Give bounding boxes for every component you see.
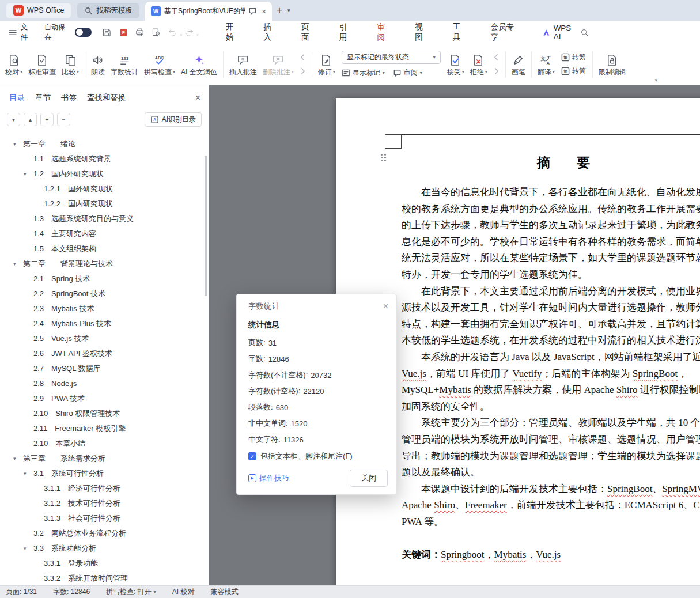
toc-item[interactable]: ▾第二章 背景理论与技术 <box>0 256 209 271</box>
dialog-header[interactable]: 字数统计 × <box>237 294 396 319</box>
dialog-close-icon[interactable]: × <box>383 301 388 312</box>
export-pdf-icon[interactable]: P <box>116 25 131 39</box>
toc-item[interactable]: 2.4 Mybatis-Plus 技术 <box>0 316 209 331</box>
collapse-ribbon-icon[interactable]: ▾ <box>654 77 657 83</box>
toc-item[interactable]: 3.1.1 经济可行性分析 <box>0 481 209 496</box>
toc-item[interactable]: 2.7 MySQL 数据库 <box>0 361 209 376</box>
increase-button[interactable]: + <box>40 113 54 126</box>
standard-review-button[interactable]: 标准审查 <box>25 51 59 78</box>
sidebar-scrollbar[interactable] <box>205 156 207 296</box>
toc-item[interactable]: 2.2 SpringBoot 技术 <box>0 286 209 301</box>
expand-all-button[interactable]: ▴ <box>24 113 37 126</box>
save-icon[interactable] <box>100 25 114 39</box>
expand-arrow-icon[interactable]: ▾ <box>13 141 16 147</box>
toc-item[interactable]: 1.4 主要研究内容 <box>0 226 209 241</box>
toc-item[interactable]: 2.10 Shiro 权限管理技术 <box>0 406 209 421</box>
print-preview-icon[interactable] <box>149 25 163 39</box>
expand-arrow-icon[interactable]: ▾ <box>13 456 16 461</box>
toc-item[interactable]: 2.6 JWT API 鉴权技术 <box>0 346 209 361</box>
toc-item[interactable]: 2.8 Node.js <box>0 376 209 391</box>
expand-arrow-icon[interactable]: ▾ <box>24 546 27 551</box>
brush-button[interactable]: 画笔 <box>509 51 528 78</box>
toc-item[interactable]: ▾第一章 绪论 <box>0 137 209 152</box>
pane-tab-查找和替换[interactable]: 查找和替换 <box>87 93 126 103</box>
document-body[interactable]: 在当今的信息化时代背景下，各行各业都在向无纸化、自动化发展，其校的教务系统方面更… <box>402 184 700 563</box>
autosave-toggle[interactable] <box>75 28 92 37</box>
toc-item[interactable]: 3.3.2 系统开放时间管理 <box>0 571 209 585</box>
toc-item[interactable]: ▾3.1 系统可行性分析 <box>0 466 209 481</box>
spell-check-button[interactable]: ABC 拼写检查▾ <box>141 51 178 78</box>
toc-item[interactable]: ▾3.3 系统功能分析 <box>0 541 209 556</box>
close-tab-icon[interactable]: × <box>262 7 266 16</box>
toc-item[interactable]: 1.1 选题系统研究背景 <box>0 152 209 166</box>
show-markup-button[interactable]: 显示标记 ▾ <box>342 68 385 78</box>
pane-tab-书签[interactable]: 书签 <box>61 93 77 103</box>
proofread-button[interactable]: 校对▾ <box>2 51 25 78</box>
file-menu[interactable]: 文件 <box>8 22 35 43</box>
previous-revision-icon[interactable] <box>492 53 501 62</box>
review-pane-button[interactable]: 审阅 ▾ <box>393 68 422 78</box>
undo-icon[interactable]: ▾ <box>165 25 180 39</box>
read-aloud-button[interactable]: 朗读 <box>88 51 108 78</box>
collapse-all-button[interactable]: ▾ <box>7 113 20 126</box>
track-changes-button[interactable]: 修订▾ <box>315 51 338 78</box>
status-item[interactable]: 拼写检查: 打开▾ <box>106 587 156 597</box>
insert-comment-button[interactable]: 插入批注 <box>226 51 260 78</box>
checkbox-checked-icon[interactable]: ✓ <box>248 452 256 460</box>
status-item[interactable]: 页面: 1/31 <box>6 587 37 597</box>
status-item[interactable]: 兼容模式 <box>210 587 238 597</box>
status-item[interactable]: AI 校对 <box>172 587 195 597</box>
translate-button[interactable]: 文A 翻译▾ <box>535 51 558 78</box>
next-revision-icon[interactable] <box>492 67 501 75</box>
wps-ai-menu[interactable]: WPS AI <box>542 24 580 41</box>
search-icon[interactable] <box>580 28 589 37</box>
markup-state-select[interactable]: 显示标记的最终状态 ▾ <box>342 51 441 64</box>
new-tab-icon[interactable]: + <box>277 5 282 16</box>
expand-arrow-icon[interactable]: ▾ <box>24 471 27 476</box>
toc-item[interactable]: 1.5 本文组织架构 <box>0 241 209 256</box>
pane-tab-目录[interactable]: 目录 <box>9 93 25 103</box>
toc-item[interactable]: ▾1.2 国内外研究现状 <box>0 166 209 181</box>
decrease-button[interactable]: − <box>57 113 70 126</box>
print-icon[interactable] <box>133 25 147 39</box>
next-comment-icon[interactable] <box>298 67 307 75</box>
tab-list-chevron-icon[interactable]: ▾ <box>287 7 290 13</box>
accept-button[interactable]: 接受▾ <box>444 51 467 78</box>
toc-item[interactable]: 2.1 Spring 技术 <box>0 271 209 286</box>
ai-recognize-toc-button[interactable]: A AI识别目录 <box>145 112 202 127</box>
reject-button[interactable]: 拒绝▾ <box>467 51 490 78</box>
ai-polish-button[interactable]: AI 全文润色 <box>178 51 220 78</box>
chat-icon[interactable] <box>248 7 257 16</box>
delete-comment-button[interactable]: 删除批注▾ <box>260 51 297 78</box>
word-count-button[interactable]: 123 字数统计 <box>108 51 141 78</box>
close-pane-icon[interactable]: × <box>195 93 200 103</box>
toc-item[interactable]: 1.2.1 国外研究现状 <box>0 181 209 196</box>
previous-comment-icon[interactable] <box>298 53 307 62</box>
toc-item[interactable]: 2.3 Mybatis 技术 <box>0 301 209 316</box>
expand-arrow-icon[interactable]: ▾ <box>24 171 27 177</box>
include-footnotes-checkbox[interactable]: ✓ 包括文本框、脚注和尾注(F) <box>237 448 396 461</box>
toc-item[interactable]: 2.10 本章小结 <box>0 436 209 451</box>
expand-arrow-icon[interactable]: ▾ <box>13 261 16 267</box>
toc-item[interactable]: 3.1.3 社会可行性分析 <box>0 511 209 526</box>
toc-item[interactable]: 2.11 Freemarker 模板引擎 <box>0 421 209 436</box>
toc-item[interactable]: 2.5 Vue.js 技术 <box>0 331 209 346</box>
redo-icon[interactable]: ▾ <box>181 25 196 39</box>
wps-home-tab[interactable]: W WPS Office <box>6 3 71 18</box>
toc-item[interactable]: 3.2 网站总体业务流程分析 <box>0 526 209 541</box>
close-dialog-button[interactable]: 关闭 <box>350 470 388 487</box>
to-traditional-button[interactable]: 繁 转繁 <box>561 52 586 62</box>
compare-button[interactable]: 比较▾ <box>59 51 82 78</box>
status-item[interactable]: 字数: 12846 <box>53 587 90 597</box>
tips-link[interactable]: ▶ 操作技巧 <box>248 473 289 483</box>
restrict-edit-button[interactable]: 限制编辑 <box>596 51 629 78</box>
toc-item[interactable]: 1.3 选题系统研究目的与意义 <box>0 211 209 226</box>
toc-item[interactable]: ▾第三章 系统需求分析 <box>0 451 209 466</box>
toc-item[interactable]: 2.9 PWA 技术 <box>0 391 209 406</box>
to-simplified-button[interactable]: 简 转简 <box>561 66 586 76</box>
toc-item[interactable]: 1.2.2 国内研究现状 <box>0 196 209 211</box>
template-tab[interactable]: 找稻壳模板 <box>77 3 139 18</box>
pane-tab-章节[interactable]: 章节 <box>35 93 51 103</box>
toc-item[interactable]: 3.1.2 技术可行性分析 <box>0 496 209 511</box>
toc-item[interactable]: 3.3.1 登录功能 <box>0 556 209 571</box>
